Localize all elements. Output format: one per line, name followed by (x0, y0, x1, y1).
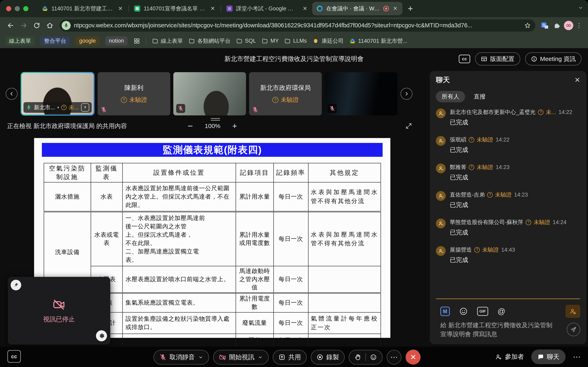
participants-label: 參加者 (505, 352, 524, 361)
layout-label: 版面配置 (490, 55, 515, 63)
chevron-down-icon[interactable] (258, 355, 263, 360)
chat-input-placeholder: 給 新北市營建工程空污費徵收及污染管制宣導說明會 撰寫訊息 (440, 321, 555, 338)
sender-name: 張珉碩 (450, 136, 466, 143)
table-row: 洗車設備 水表或電表 一、水表應設置於加壓馬達前 後一公尺範圍內之水管 上。但採… (44, 212, 381, 266)
window-chevron-down-icon[interactable] (578, 5, 584, 11)
raise-hand-icon[interactable] (355, 354, 361, 361)
bookmark-kangting-company[interactable]: 康廷公司 (312, 37, 344, 45)
record-button[interactable]: 錄製 (311, 350, 345, 365)
bookmark-label: 1140701 新北市營... (358, 37, 407, 45)
site-mic-permission-icon[interactable] (62, 21, 71, 30)
participant-tile-chen[interactable]: 陳新利 ?未驗證 (98, 72, 170, 115)
bookmark-folder-sql[interactable]: SQL (236, 38, 256, 44)
browser-profile-avatar[interactable] (564, 21, 573, 30)
new-tab-button[interactable]: + (408, 4, 413, 13)
tab-forms[interactable]: 課堂小考試 - Google 表單 ✕ (222, 2, 312, 15)
self-view-video-stopped[interactable]: 視訊已停止 (8, 277, 110, 345)
layout-button[interactable]: 版面配置 (475, 52, 520, 66)
expand-shared-content-icon[interactable] (405, 123, 412, 129)
participant-tile-video[interactable] (173, 72, 246, 115)
apps-grid-icon[interactable] (133, 38, 140, 44)
browser-window: 1140701 新北市營建工程空污費 ✕ 1140701宣導會議名單 - Goo… (0, 0, 588, 367)
leave-meeting-button[interactable]: ✕ (406, 350, 421, 365)
unverified-label: 未驗證 (281, 96, 299, 104)
browser-menu-kebab-icon[interactable]: ⋮ (575, 22, 583, 29)
gear-icon[interactable] (96, 330, 107, 341)
svg-text:?: ? (442, 169, 443, 171)
emoji-icon[interactable] (459, 307, 468, 316)
unverified-question-icon: ? (272, 97, 278, 103)
captions-toggle[interactable]: cc (7, 350, 21, 363)
table-row: 灑水措施 水表 水表應設置於加壓馬達前後一公尺範圍內之水管上。但採沉水式馬達者，… (44, 182, 381, 212)
forward-icon[interactable] (18, 20, 29, 31)
gif-icon[interactable]: GIF (477, 307, 488, 316)
fullscreen-window-button[interactable] (23, 6, 28, 11)
bookmark-folder-websites[interactable]: 各類網站平台 (189, 37, 231, 45)
bookmark-folder-my[interactable]: MY (262, 38, 279, 44)
avatar: ? (436, 218, 446, 228)
extensions-puzzle-icon[interactable] (552, 20, 562, 31)
close-window-button[interactable] (6, 6, 11, 11)
cell-record: 累計用電度數 (236, 293, 274, 312)
more-options-button[interactable]: ⋯ (387, 350, 401, 365)
bookmark-folder-online-forms[interactable]: 線上表單 (152, 37, 183, 45)
bookmark-chip-notion[interactable]: notion (105, 36, 128, 46)
unverified-participants-warning-icon[interactable] (566, 305, 580, 318)
closed-captions-icon[interactable]: cc (459, 55, 470, 63)
chat-message-input[interactable]: 給 新北市營建工程空污費徵收及污染管制宣導說明會 撰寫訊息 (436, 321, 580, 338)
participants-button[interactable]: 參加者 (495, 352, 524, 361)
reload-icon[interactable] (31, 20, 43, 31)
participant-tile-dark-video[interactable] (325, 72, 398, 115)
reactions-smiley-icon[interactable] (370, 354, 377, 361)
mention-at-icon[interactable]: @ (498, 307, 506, 316)
meeting-info-button[interactable]: Meeting 資訊 (525, 52, 581, 66)
minimize-window-button[interactable] (15, 6, 20, 11)
tab-drive-file[interactable]: 1140701 新北市營建工程空污費 ✕ (37, 2, 128, 15)
close-tab-icon[interactable]: ✕ (209, 5, 216, 12)
google-drive-icon (42, 5, 48, 12)
record-label: 錄製 (326, 353, 339, 361)
close-tab-icon[interactable]: ✕ (392, 5, 398, 12)
bookmark-folder-llms[interactable]: LLMs (285, 38, 307, 44)
chat-tab-direct[interactable]: 直撥 (474, 92, 485, 101)
unmute-button[interactable]: 取消靜音 (154, 350, 209, 365)
bookmark-chip-online-forms[interactable]: 線上表單 (5, 36, 35, 46)
send-message-icon[interactable] (567, 323, 580, 336)
close-tab-icon[interactable]: ✕ (302, 5, 308, 12)
participant-tile-epa[interactable]: 新北市政府環保局 ?未驗證 (249, 72, 322, 115)
back-icon[interactable] (5, 20, 16, 31)
chevron-down-icon[interactable] (198, 355, 203, 360)
avatar: ? (436, 164, 446, 173)
bookmark-drive-file[interactable]: 1140701 新北市營... (349, 37, 407, 45)
chat-tab-everyone[interactable]: 所有人 (436, 91, 465, 102)
filmstrip-resize-handle[interactable] (211, 118, 220, 121)
pin-icon[interactable] (11, 280, 21, 290)
filmstrip-next-icon[interactable] (401, 88, 412, 100)
bookmark-star-icon[interactable] (524, 22, 531, 29)
reactions-button[interactable] (349, 350, 383, 365)
close-chat-icon[interactable]: ✕ (575, 76, 580, 84)
table-header-row: 空氣污染防制設施 監測儀表 設置條件或位置 記錄項目 記錄頻率 其他規定 (44, 163, 381, 182)
address-bar[interactable]: ntpcgov.webex.com/wbxmjs/joinservice/sit… (60, 19, 535, 32)
active-speaker-tile[interactable]: 新北市... ? 未... (21, 72, 95, 116)
chat-toggle-button[interactable]: 聊天 (531, 350, 566, 364)
more-panels-button[interactable]: ⋯ (573, 352, 581, 361)
cell-other: 氣體流量計每年應校正一次 (308, 312, 381, 334)
bookmark-chip-google[interactable]: google (76, 36, 99, 46)
home-icon[interactable] (44, 20, 56, 31)
tab-sheets[interactable]: 1140701宣導會議名單 - Google ✕ (130, 2, 220, 15)
message-time: 14:23 (496, 164, 510, 170)
zoom-out-button[interactable]: − (188, 121, 193, 131)
video-off-icon (219, 354, 226, 361)
filmstrip-previous-icon[interactable] (6, 88, 17, 100)
unverified-label: 未驗證 (130, 96, 147, 104)
close-tab-icon[interactable]: ✕ (117, 5, 123, 12)
tab-webex-active[interactable]: 在會議中 · 會議 · Webex ✕ (312, 2, 402, 15)
share-button[interactable]: 共用 (273, 350, 307, 365)
bookmark-chip-integration[interactable]: 整合平台 (40, 36, 70, 46)
zoom-in-button[interactable]: + (232, 122, 237, 131)
translate-icon[interactable]: 文G (539, 20, 550, 31)
meeting-control-bar: cc 取消靜音 開始視訊 (0, 347, 588, 367)
markdown-icon[interactable]: M (440, 307, 450, 316)
start-video-button[interactable]: 開始視訊 (213, 350, 269, 365)
